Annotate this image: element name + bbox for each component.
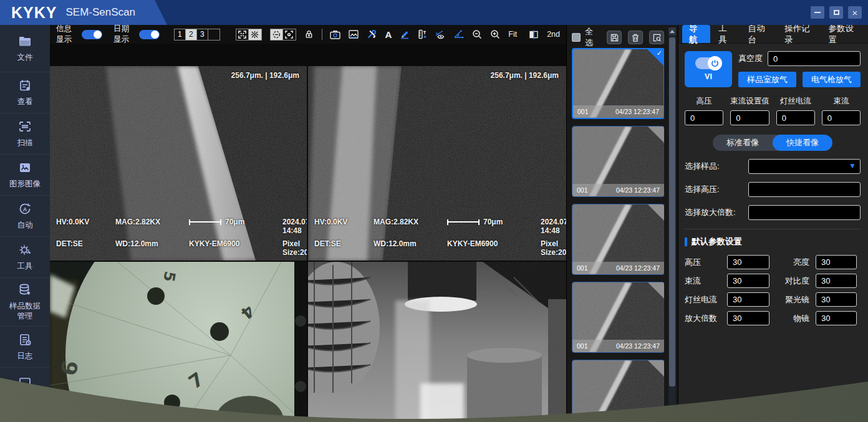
corner-fold <box>648 204 664 221</box>
param-beam-label: 束流 <box>685 276 722 287</box>
second-view-button[interactable]: 2nd <box>547 30 560 39</box>
vacuum-input[interactable] <box>768 51 861 66</box>
sidebar-item-graphics[interactable]: 图形图像 <box>0 155 50 196</box>
beam-set-field-label: 束流设置值 <box>730 96 769 107</box>
text-annotation-button[interactable]: A <box>385 29 392 40</box>
field-of-view-label: 256.7μm. | 192.6μm <box>231 71 299 80</box>
tab-operation-log[interactable]: 操作记录 <box>778 25 820 43</box>
brand-area: KYKY SEM-SenScan <box>0 0 167 25</box>
scrollbar-thumb[interactable] <box>669 37 675 386</box>
angle-measure-button[interactable] <box>453 29 464 40</box>
select-all-checkbox[interactable] <box>572 33 581 42</box>
image-adjust-button[interactable] <box>349 29 359 40</box>
image-adjust-icon <box>349 30 359 39</box>
tab-auto-stage[interactable]: 自动台 <box>741 25 776 43</box>
sem-info-overlay: HV:0.0KV MAG:2.82KX 70μm 2024.07.23 14:4… <box>314 218 561 257</box>
beam-input[interactable] <box>822 110 861 125</box>
lock-button[interactable] <box>304 29 314 40</box>
vi-toggle[interactable] <box>695 57 721 69</box>
view-1-button[interactable]: 1 <box>175 29 186 40</box>
sem-image-1[interactable]: 256.7μm. | 192.6μm HV:0.0KV MAG:2.82KX 7… <box>50 66 307 261</box>
view-2-button[interactable]: 2 <box>186 29 197 40</box>
ruler-text-button[interactable] <box>418 29 427 40</box>
thumbnail-header: 全选 <box>572 29 664 46</box>
select-mag-input[interactable] <box>748 205 861 220</box>
grid-pattern-button[interactable] <box>249 29 261 40</box>
app-title: SEM-SenScan <box>65 6 135 19</box>
maximize-button[interactable] <box>829 6 843 19</box>
param-filament-input[interactable] <box>727 292 769 307</box>
expand-arrows-button[interactable] <box>236 29 249 40</box>
right-panel: 导航 工具 自动台 操作记录 参数设置 VI <box>678 25 868 422</box>
date-display-toggle[interactable] <box>139 30 160 39</box>
scroll-up-button[interactable] <box>668 27 676 35</box>
svg-text:A: A <box>23 206 27 213</box>
capture-button[interactable] <box>330 29 340 40</box>
param-hv-input[interactable] <box>727 255 769 269</box>
stage-camera-view[interactable]: 6 7 4 5 <box>50 262 307 422</box>
zoom-in-button[interactable] <box>490 29 500 40</box>
param-brightness-input[interactable] <box>816 255 857 269</box>
standard-imaging-button[interactable]: 标准看像 <box>713 135 773 151</box>
close-button[interactable]: × <box>848 6 862 19</box>
zoom-out-button[interactable] <box>472 29 482 40</box>
vi-power-card[interactable]: VI <box>685 51 732 87</box>
measure-tools-button[interactable] <box>367 29 377 40</box>
param-beam-input[interactable] <box>727 274 769 288</box>
minimize-icon <box>814 12 821 13</box>
sidebar-item-auto[interactable]: A 自动 <box>0 196 50 237</box>
draw-measure-button[interactable] <box>400 29 410 40</box>
select-hv-input[interactable] <box>748 182 861 197</box>
save-button[interactable] <box>607 31 622 44</box>
dashed-circle-button[interactable] <box>271 29 283 40</box>
select-sample-label: 选择样品: <box>685 161 748 172</box>
sidebar-item-log[interactable]: 日志 <box>0 327 50 368</box>
select-sample-dropdown[interactable] <box>748 159 861 174</box>
chamber-camera-view[interactable] <box>308 262 566 422</box>
sidebar-item-view[interactable]: 查看 <box>0 72 50 113</box>
param-condenser-input[interactable] <box>816 292 857 307</box>
sidebar-item-more[interactable] <box>0 368 50 422</box>
preview-button[interactable] <box>649 31 664 44</box>
sidebar-item-tools[interactable]: 工具 <box>0 237 50 278</box>
hv-input[interactable] <box>685 110 723 125</box>
tab-tools[interactable]: 工具 <box>711 25 740 43</box>
wd-value: WD:12.0mm <box>115 239 189 257</box>
default-params-grid: 高压 亮度 束流 对比度 灯丝电流 聚光镜 放大倍数 物镜 <box>685 255 861 325</box>
focus-corners-button[interactable] <box>283 29 296 40</box>
fit-button[interactable]: Fit <box>508 30 517 39</box>
info-display-toggle[interactable] <box>82 30 102 39</box>
tab-parameter-settings[interactable]: 参数设置 <box>822 25 864 43</box>
hv-field-label: 高压 <box>697 96 712 107</box>
vent-gun-button[interactable]: 电气枪放气 <box>803 72 861 87</box>
split-view-button[interactable] <box>529 29 539 40</box>
param-mag-input[interactable] <box>727 311 769 325</box>
minimize-button[interactable] <box>811 6 824 19</box>
sem-image-2[interactable]: 256.7μm. | 192.6μm HV:0.0KV MAG:2.82KX 7… <box>308 66 566 261</box>
filament-input[interactable] <box>776 110 815 125</box>
zoom-in-icon <box>490 29 500 39</box>
thumbnail-id: 001 <box>577 108 589 115</box>
thumbnail-item[interactable]: 00104/23 12:23:47 <box>572 204 664 275</box>
vent-chamber-button[interactable]: 样品室放气 <box>738 72 796 87</box>
beam-set-input[interactable] <box>730 110 769 125</box>
delete-button[interactable] <box>628 31 643 44</box>
sidebar-item-sample-data[interactable]: 样品数据 管理 <box>0 278 50 327</box>
thumbnail-item[interactable]: 00104/23 12:23:47 <box>572 282 664 353</box>
thumbnail-item[interactable]: 00104/23 12:23:47 <box>572 126 664 197</box>
view-3-button[interactable]: 3 <box>197 29 208 40</box>
param-contrast-input[interactable] <box>816 274 857 288</box>
sidebar-item-scan[interactable]: 扫描 <box>0 113 50 155</box>
preview-icon <box>653 34 661 42</box>
view-blank-button[interactable] <box>208 29 219 40</box>
sidebar-item-label: 日志 <box>17 352 33 362</box>
param-condenser-label: 聚光镜 <box>785 294 809 305</box>
param-objective-input[interactable] <box>816 311 857 325</box>
thumbnail-item[interactable]: 00104/23 12:23:47 <box>572 360 664 419</box>
thumbnail-scrollbar[interactable] <box>668 27 676 422</box>
measure-view-button[interactable] <box>435 29 445 40</box>
thumbnail-item[interactable]: ✓ 00104/23 12:23:47 <box>572 48 664 119</box>
sidebar-item-files[interactable]: 文件 <box>0 25 50 72</box>
tab-navigation[interactable]: 导航 <box>682 25 710 43</box>
quick-imaging-button[interactable]: 快捷看像 <box>773 135 832 151</box>
